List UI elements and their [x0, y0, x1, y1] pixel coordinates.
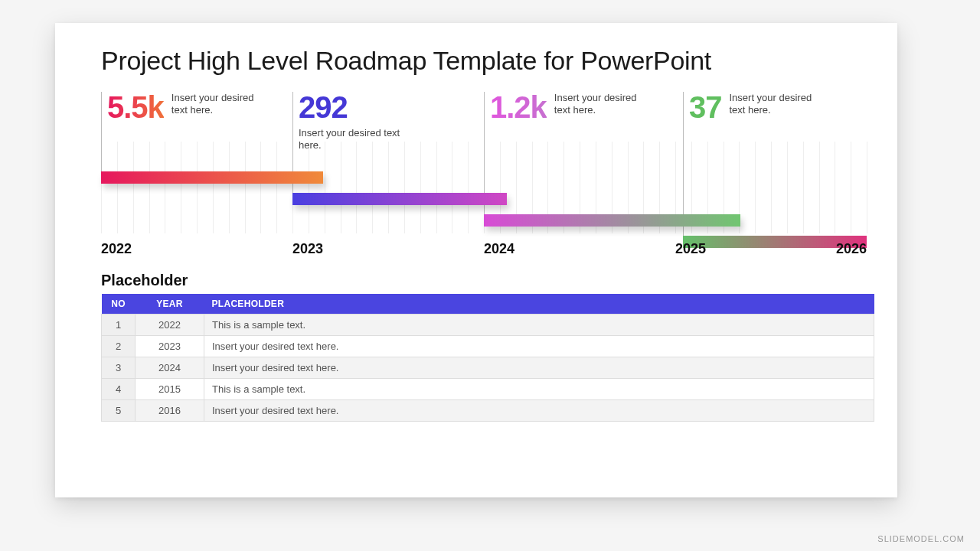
- slide-card: Project High Level Roadmap Template for …: [55, 23, 897, 497]
- metric-desc: Insert your desired text here.: [554, 92, 639, 117]
- col-year: YEAR: [136, 294, 204, 315]
- watermark: SLIDEMODEL.COM: [877, 534, 965, 543]
- table-body: 12022This is a sample text.22023Insert y…: [102, 315, 874, 422]
- metric-value: 292: [299, 92, 348, 122]
- roadmap-bar: [292, 193, 507, 205]
- col-placeholder: PLACEHOLDER: [204, 294, 874, 315]
- cell-no: 3: [102, 357, 136, 379]
- cell-no: 4: [102, 379, 136, 400]
- year-label: 2025: [675, 241, 706, 257]
- cell-no: 5: [102, 400, 136, 422]
- cell-year: 2016: [136, 400, 204, 422]
- cell-year: 2022: [136, 315, 204, 336]
- col-no: NO: [102, 294, 136, 315]
- metric-block: 292 Insert your desired text here.: [299, 92, 421, 152]
- metric-block: 1.2k Insert your desired text here.: [490, 92, 639, 122]
- roadmap-bar: [101, 171, 323, 184]
- metric-desc: Insert your desired text here.: [172, 92, 256, 117]
- cell-placeholder: Insert your desired text here.: [204, 357, 874, 379]
- table-row: 52016Insert your desired text here.: [102, 400, 874, 422]
- cell-year: 2024: [136, 357, 204, 379]
- year-label: 2024: [484, 241, 514, 257]
- table-title: Placeholder: [101, 272, 188, 289]
- metric-value: 1.2k: [490, 92, 547, 122]
- metric-desc: Insert your desired text here.: [299, 127, 421, 152]
- year-label: 2022: [101, 241, 132, 257]
- slide-title: Project High Level Roadmap Template for …: [101, 46, 711, 76]
- cell-no: 2: [102, 336, 136, 357]
- placeholder-table: NO YEAR PLACEHOLDER 12022This is a sampl…: [101, 294, 874, 422]
- metric-block: 5.5k Insert your desired text here.: [107, 92, 256, 122]
- roadmap-timeline: 5.5k Insert your desired text here. 292 …: [101, 92, 867, 245]
- cell-year: 2023: [136, 336, 204, 357]
- cell-placeholder: This is a sample text.: [204, 315, 874, 336]
- cell-placeholder: This is a sample text.: [204, 379, 874, 400]
- table-header-row: NO YEAR PLACEHOLDER: [102, 294, 874, 315]
- metric-value: 5.5k: [107, 92, 164, 122]
- roadmap-bar: [484, 214, 740, 227]
- table-row: 12022This is a sample text.: [102, 315, 874, 336]
- year-label: 2023: [292, 241, 323, 257]
- metric-value: 37: [689, 92, 722, 122]
- table-row: 22023Insert your desired text here.: [102, 336, 874, 357]
- table-row: 42015This is a sample text.: [102, 379, 874, 400]
- guide-line: [101, 92, 102, 171]
- metric-block: 37 Insert your desired text here.: [689, 92, 814, 122]
- year-label: 2026: [836, 241, 867, 257]
- cell-placeholder: Insert your desired text here.: [204, 336, 874, 357]
- cell-no: 1: [102, 315, 136, 336]
- cell-placeholder: Insert your desired text here.: [204, 400, 874, 422]
- cell-year: 2015: [136, 379, 204, 400]
- table-row: 32024Insert your desired text here.: [102, 357, 874, 379]
- metric-desc: Insert your desired text here.: [730, 92, 814, 117]
